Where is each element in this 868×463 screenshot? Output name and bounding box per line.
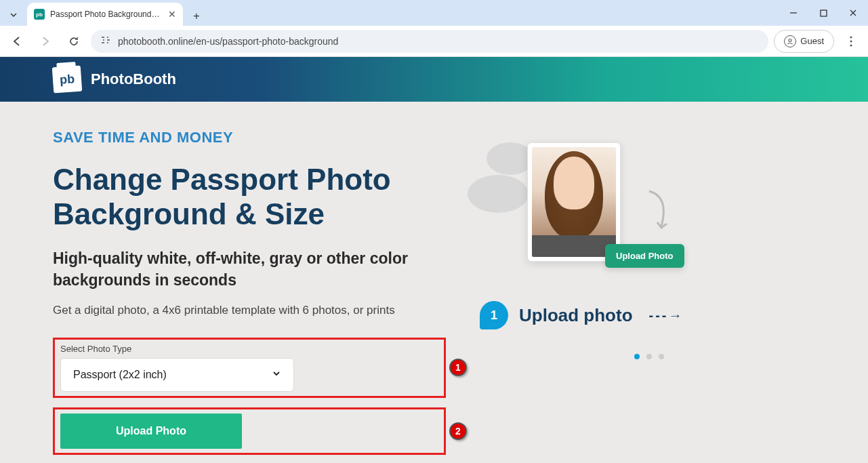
step-number-badge: 1 (480, 301, 508, 329)
window-close-button[interactable] (838, 0, 868, 26)
tab-title: Passport Photo Background… (50, 9, 163, 19)
decorative-blob (468, 175, 529, 213)
close-icon (849, 9, 857, 17)
select-label: Select Photo Type (60, 344, 438, 354)
chevron-down-icon (272, 369, 281, 381)
window-minimize-button[interactable] (779, 0, 808, 26)
site-settings-icon[interactable] (100, 35, 111, 47)
svg-point-2 (102, 37, 103, 38)
chevron-down-icon (9, 11, 18, 19)
guest-label: Guest (800, 36, 824, 46)
annotation-badge-2: 2 (449, 422, 467, 440)
annotation-badge-1: 1 (449, 359, 467, 376)
carousel-dot[interactable] (659, 354, 664, 359)
svg-point-3 (108, 39, 110, 41)
minimize-icon (789, 9, 798, 17)
kebab-icon (850, 36, 852, 47)
browser-tab-strip: pb Passport Photo Background… ✕ + (0, 0, 868, 26)
annotation-box-2: Upload Photo 2 (53, 407, 446, 455)
page-subheading: High-quality white, off-white, gray or o… (53, 247, 446, 291)
window-maximize-button[interactable] (808, 0, 838, 26)
arrow-right-icon (39, 35, 51, 47)
annotation-box-1: Select Photo Type Passport (2x2 inch) 1 (53, 338, 446, 398)
tab-close-button[interactable]: ✕ (168, 9, 176, 20)
maximize-icon (820, 9, 827, 17)
eyebrow-text: SAVE TIME AND MONEY (53, 129, 446, 146)
brand-name: PhotoBooth (91, 71, 176, 88)
sample-photo-image (532, 147, 616, 257)
page-content: pb PhotoBooth SAVE TIME AND MONEY Change… (0, 57, 868, 463)
arrow-left-icon (11, 35, 23, 47)
svg-point-4 (102, 42, 103, 43)
svg-point-7 (850, 40, 852, 42)
svg-point-6 (850, 36, 852, 38)
url-text: photobooth.online/en-us/passport-photo-b… (118, 36, 338, 47)
site-logo[interactable]: pb PhotoBooth (53, 66, 176, 92)
sample-photo-card (527, 142, 621, 262)
illustration-upload-badge: Upload Photo (605, 244, 684, 268)
address-bar[interactable]: photobooth.online/en-us/passport-photo-b… (91, 30, 768, 53)
page-heading: Change Passport Photo Background & Size (53, 163, 446, 231)
browser-tab[interactable]: pb Passport Photo Background… ✕ (27, 3, 183, 26)
browser-menu-button[interactable] (840, 30, 863, 53)
site-header: pb PhotoBooth (0, 57, 868, 102)
forward-button[interactable] (34, 30, 57, 53)
dashed-arrow-icon: ---→ (649, 308, 684, 323)
svg-rect-1 (821, 10, 827, 16)
reload-button[interactable] (62, 30, 85, 53)
browser-toolbar: photobooth.online/en-us/passport-photo-b… (0, 26, 868, 57)
carousel-dot[interactable] (646, 354, 652, 359)
new-tab-button[interactable]: + (187, 7, 206, 26)
user-icon (784, 35, 796, 47)
step-indicator: 1 Upload photo ---→ (480, 301, 771, 329)
carousel-dot[interactable] (634, 354, 640, 359)
logo-icon: pb (52, 66, 83, 94)
reload-icon (68, 35, 80, 47)
curved-arrow-icon (642, 190, 675, 232)
svg-point-8 (850, 44, 852, 46)
guest-profile-button[interactable]: Guest (774, 30, 834, 53)
step-label: Upload photo (519, 305, 633, 326)
hero-illustration: Upload Photo 1 Upload photo ---→ (487, 129, 771, 455)
back-button[interactable] (5, 30, 28, 53)
select-value: Passport (2x2 inch) (73, 369, 167, 381)
photo-type-select[interactable]: Passport (2x2 inch) (60, 358, 294, 392)
upload-photo-button[interactable]: Upload Photo (60, 414, 242, 449)
carousel-dots (527, 354, 771, 359)
page-body-text: Get a digital photo, a 4x6 printable tem… (53, 304, 446, 317)
tabs-dropdown-button[interactable] (3, 4, 24, 26)
tab-favicon-icon: pb (34, 9, 45, 20)
svg-point-5 (789, 39, 791, 41)
